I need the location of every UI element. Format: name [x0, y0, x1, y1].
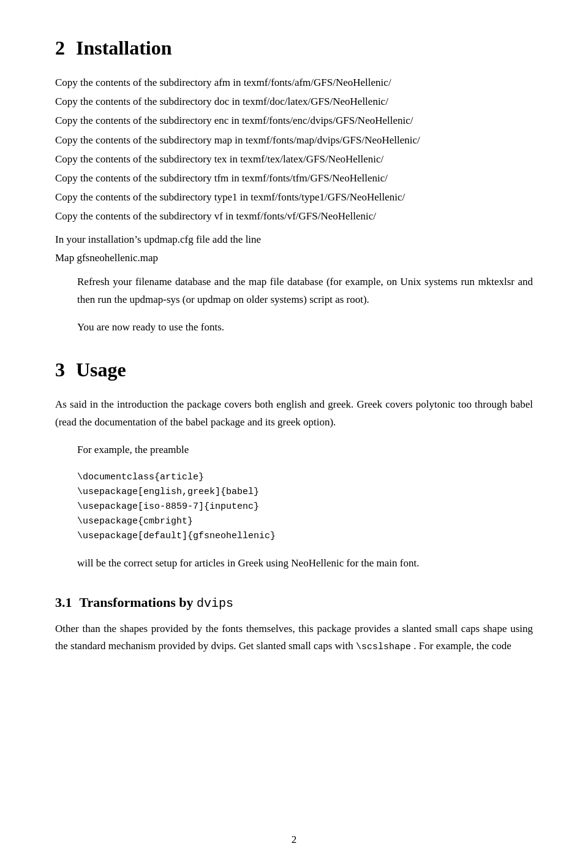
copy-line-4: Copy the contents of the subdirectory te…	[55, 151, 533, 167]
page: 2 Installation Copy the contents of the …	[0, 0, 588, 868]
copy-line-7: Copy the contents of the subdirectory vf…	[55, 208, 533, 224]
copy-line-1: Copy the contents of the subdirectory do…	[55, 93, 533, 110]
section-2-title: 2 Installation	[55, 37, 533, 59]
copy-lines-block: Copy the contents of the subdirectory af…	[55, 74, 533, 225]
section-3-paragraph1: As said in the introduction the package …	[55, 396, 533, 432]
in-your-line: In your installation’s updmap.cfg file a…	[55, 231, 533, 249]
copy-line-0: Copy the contents of the subdirectory af…	[55, 74, 533, 91]
page-number: 2	[292, 834, 297, 846]
copy-line-6: Copy the contents of the subdirectory ty…	[55, 189, 533, 205]
section-2-title-text: Installation	[76, 37, 172, 59]
section-2: 2 Installation Copy the contents of the …	[55, 37, 533, 337]
code-line-2: \usepackage[iso-8859-7]{inputenc}	[77, 500, 533, 514]
code-line-3: \usepackage{cmbright}	[77, 514, 533, 529]
section-3-1-title: 3.1 Transformations by dvips	[55, 595, 533, 611]
scslshape-code: \scslshape	[356, 642, 411, 652]
section-3-1-after-scslshape: . For example, the code	[413, 640, 511, 652]
section-3-title: 3 Usage	[55, 359, 533, 381]
code-block: \documentclass{article}\usepackage[engli…	[77, 470, 533, 544]
section-3-1-title-text: Transformations by dvips	[80, 595, 234, 611]
section-3: 3 Usage As said in the introduction the …	[55, 359, 533, 573]
code-line-4: \usepackage[default]{gfsneohellenic}	[77, 529, 533, 544]
copy-line-2: Copy the contents of the subdirectory en…	[55, 112, 533, 129]
copy-line-5: Copy the contents of the subdirectory tf…	[55, 170, 533, 186]
code-line-1: \usepackage[english,greek]{babel}	[77, 485, 533, 500]
section-3-1-dvips: dvips	[197, 596, 233, 611]
section-2-number: 2	[55, 37, 65, 59]
section-3-title-text: Usage	[76, 359, 126, 381]
section-3-1-paragraph: Other than the shapes provided by the fo…	[55, 620, 533, 656]
section-3-number: 3	[55, 359, 65, 381]
section-3-1: 3.1 Transformations by dvips Other than …	[55, 595, 533, 656]
section-3-for-example: For example, the preamble	[55, 441, 533, 459]
section-3-1-title-word: Transformations by	[80, 595, 194, 610]
section-3-1-number: 3.1	[55, 595, 72, 611]
copy-line-3: Copy the contents of the subdirectory ma…	[55, 132, 533, 148]
code-line-0: \documentclass{article}	[77, 470, 533, 485]
ready-line: You are now ready to use the fonts.	[55, 319, 533, 337]
refresh-paragraph: Refresh your filename database and the m…	[55, 273, 533, 309]
map-line: Map gfsneohellenic.map	[55, 249, 533, 267]
section-3-after-code: will be the correct setup for articles i…	[55, 555, 533, 573]
